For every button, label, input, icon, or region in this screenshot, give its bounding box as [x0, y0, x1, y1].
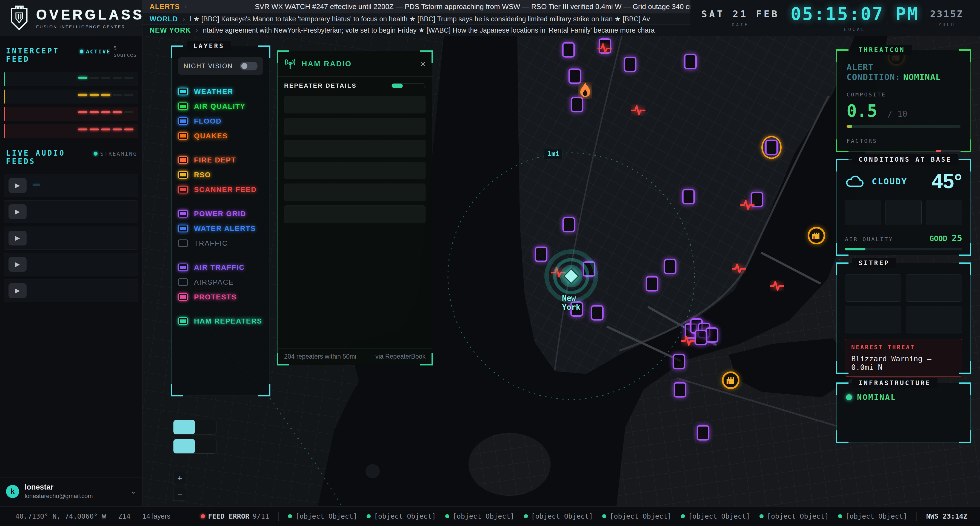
layer-checkbox[interactable]: [178, 240, 188, 247]
audio-feed-item[interactable]: ▶: [4, 200, 138, 223]
substation-marker[interactable]: [562, 217, 575, 232]
incident-pulse-icon[interactable]: [631, 104, 646, 117]
layer-toggle-item[interactable]: RSO: [178, 167, 263, 182]
audio-feed-item[interactable]: ▶: [4, 227, 138, 249]
layer-checkbox[interactable]: [178, 293, 188, 301]
feed-error-status[interactable]: FEED ERROR 9/11: [201, 512, 269, 520]
incident-pulse-icon[interactable]: [598, 43, 612, 55]
basemap-option[interactable]: [173, 420, 195, 434]
layer-checkbox[interactable]: [178, 102, 188, 110]
substation-marker[interactable]: [684, 54, 697, 69]
play-button[interactable]: ▶: [8, 257, 27, 272]
repeater-card[interactable]: [284, 140, 425, 157]
substation-marker[interactable]: [624, 57, 636, 72]
layer-toggle-item[interactable]: WEATHER: [178, 84, 263, 99]
substation-marker[interactable]: [664, 259, 676, 274]
repeater-card[interactable]: [284, 205, 425, 223]
night-vision-row[interactable]: NIGHT VISION: [178, 57, 263, 75]
layer-toggle-item[interactable]: FLOOD: [178, 114, 263, 129]
zoom-out-button[interactable]: −: [173, 488, 186, 501]
substation-marker[interactable]: [765, 140, 778, 155]
power-plant-icon[interactable]: [722, 372, 740, 389]
feed-status-item[interactable]: [object Object]: [288, 512, 357, 520]
layer-checkbox[interactable]: [178, 171, 188, 179]
feed-status-item[interactable]: [object Object]: [838, 512, 907, 520]
substation-marker[interactable]: [673, 354, 685, 369]
substation-marker[interactable]: [697, 425, 709, 440]
layer-checkbox[interactable]: [178, 278, 188, 286]
audio-feed-item[interactable]: ▶: [4, 174, 138, 197]
feed-status-item[interactable]: [object Object]: [367, 512, 436, 520]
band-tab[interactable]: [414, 84, 425, 88]
substation-marker[interactable]: [535, 246, 547, 262]
play-button[interactable]: ▶: [8, 283, 27, 298]
layer-toggle-item[interactable]: TRAFFIC: [178, 236, 263, 251]
intercept-feed-item[interactable]: [4, 107, 138, 121]
layer-checkbox[interactable]: [178, 87, 188, 95]
clock-zulu-label: ZULU: [939, 22, 956, 27]
feed-status-item[interactable]: [object Object]: [681, 512, 750, 520]
substation-marker[interactable]: [562, 42, 575, 57]
play-button[interactable]: ▶: [8, 178, 27, 193]
layer-toggle-item[interactable]: SCANNER FEED: [178, 182, 263, 197]
layer-toggle-item[interactable]: AIRSPACE: [178, 275, 263, 289]
feed-status-item[interactable]: [object Object]: [602, 512, 671, 520]
audio-feed-item[interactable]: ▶: [4, 253, 138, 276]
power-plant-icon[interactable]: [808, 227, 825, 245]
feed-status-item[interactable]: [object Object]: [524, 512, 593, 520]
play-button[interactable]: ▶: [8, 231, 27, 245]
substation-marker[interactable]: [674, 382, 686, 397]
substation-marker[interactable]: [646, 276, 659, 291]
night-vision-toggle[interactable]: [240, 62, 258, 70]
close-icon[interactable]: ×: [420, 59, 425, 68]
layer-checkbox[interactable]: [178, 132, 188, 140]
layer-label: TRAFFIC: [194, 239, 228, 248]
layer-checkbox[interactable]: [178, 186, 188, 194]
chevron-down-icon[interactable]: ⌄: [130, 487, 136, 496]
intercept-feed-item[interactable]: [4, 124, 138, 138]
feed-status-item[interactable]: [object Object]: [759, 512, 829, 520]
layer-toggle-item[interactable]: WATER ALERTS: [178, 221, 263, 236]
layer-toggle-item[interactable]: PROTESTS: [178, 289, 263, 304]
repeater-card[interactable]: [284, 96, 425, 113]
layer-toggle-item[interactable]: FIRE DEPT: [178, 153, 263, 167]
intercept-feed-item[interactable]: [4, 90, 138, 103]
substation-marker[interactable]: [695, 330, 707, 345]
play-button[interactable]: ▶: [8, 204, 27, 219]
incident-pulse-icon[interactable]: [740, 199, 754, 212]
layer-checkbox[interactable]: [178, 317, 188, 325]
basemap-option[interactable]: [195, 420, 216, 434]
feed-status-item[interactable]: [object Object]: [445, 512, 514, 520]
layer-toggle-item[interactable]: HAM REPEATERS: [178, 314, 263, 329]
incident-pulse-icon[interactable]: [681, 335, 695, 348]
intercept-feed-item[interactable]: [4, 72, 138, 86]
repeater-card[interactable]: [284, 118, 425, 135]
band-tab[interactable]: [403, 84, 414, 88]
repeater-card[interactable]: [284, 162, 425, 179]
layer-toggle-item[interactable]: QUAKES: [178, 129, 263, 143]
layer-checkbox[interactable]: [178, 210, 188, 218]
layer-checkbox[interactable]: [178, 117, 188, 125]
clock-zulu: 2315Z: [930, 8, 964, 19]
dimension-option[interactable]: [173, 439, 195, 453]
band-tab[interactable]: [392, 84, 403, 88]
audio-feed-item[interactable]: ▶: [4, 279, 138, 302]
layer-checkbox[interactable]: [178, 264, 188, 271]
incident-pulse-icon[interactable]: [770, 280, 784, 292]
repeater-card[interactable]: [284, 184, 425, 201]
substation-marker[interactable]: [682, 189, 695, 204]
layer-toggle-item[interactable]: AIR QUALITY: [178, 99, 263, 114]
incident-pulse-icon[interactable]: [732, 263, 746, 275]
fire-incident-icon[interactable]: [578, 82, 592, 100]
intercept-status: ACTIVE: [86, 48, 111, 55]
substation-marker[interactable]: [591, 305, 604, 321]
layer-toggle-item[interactable]: AIR TRAFFIC: [178, 260, 263, 275]
layer-checkbox[interactable]: [178, 225, 188, 232]
zoom-in-button[interactable]: +: [173, 472, 186, 485]
repeater-list[interactable]: [278, 95, 432, 348]
layer-toggle-item[interactable]: POWER GRID: [178, 206, 263, 221]
dimension-option[interactable]: [195, 439, 216, 453]
substation-marker[interactable]: [705, 327, 718, 343]
layer-checkbox[interactable]: [178, 156, 188, 164]
user-account-row[interactable]: k lonestar lonestarecho@gmail.com ⌄: [0, 477, 142, 506]
